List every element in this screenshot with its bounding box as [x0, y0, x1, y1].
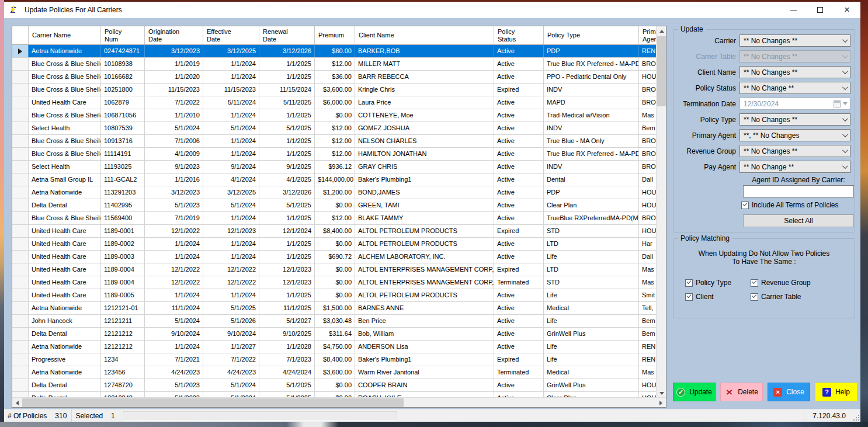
row-selector[interactable] — [12, 186, 29, 199]
table-row[interactable]: Blue Cross & Blue Sheild109137167/1/2006… — [12, 135, 657, 148]
match-checkbox-client[interactable]: Client — [685, 293, 751, 301]
row-selector[interactable] — [12, 122, 29, 134]
horizontal-scrollbar[interactable] — [12, 397, 666, 407]
row-selector[interactable] — [12, 379, 29, 391]
table-row[interactable]: Blue Cross & Blue Sheild1025180011/15/20… — [12, 84, 657, 96]
table-row[interactable]: United Health Care1189-00021/1/20241/1/2… — [12, 238, 657, 251]
row-selector[interactable] — [12, 315, 29, 327]
row-selector[interactable] — [12, 328, 29, 340]
row-selector[interactable] — [12, 45, 29, 57]
agent-id-input[interactable] — [743, 185, 854, 197]
maximize-button[interactable] — [807, 2, 834, 18]
row-selector[interactable] — [12, 148, 29, 160]
table-row[interactable]: United Health Care1189-000412/1/202212/1… — [12, 263, 657, 276]
minimize-button[interactable] — [780, 2, 807, 18]
cell-policy_num: 11193025 — [101, 161, 145, 173]
scroll-up-button[interactable] — [657, 26, 666, 36]
cell-premium: $8,400.00 — [315, 225, 355, 237]
vertical-scroll-thumb[interactable] — [657, 36, 666, 106]
table-row[interactable]: Delta Dental114029955/1/20235/1/20245/1/… — [12, 199, 657, 212]
row-selector[interactable] — [12, 58, 29, 70]
row-selector[interactable] — [12, 173, 29, 186]
pay-agent-combobox[interactable]: ** No Change ** — [739, 161, 850, 173]
row-selector[interactable] — [12, 161, 29, 173]
row-selector[interactable] — [12, 238, 29, 250]
table-row[interactable]: Aetna Nationwide1132912033/12/20233/12/2… — [12, 186, 657, 199]
column-header-renewal_date[interactable]: Renewal Date — [259, 26, 315, 44]
row-selector[interactable] — [12, 96, 29, 109]
column-header-carrier_name[interactable]: Carrier Name — [29, 26, 101, 44]
close-action-button[interactable]: ×Close — [768, 383, 810, 401]
row-selector[interactable] — [12, 225, 29, 237]
match-checkbox-revenue-group[interactable]: Revenue Group — [751, 279, 844, 287]
column-header-primary_agent[interactable]: Primary Agent — [639, 26, 657, 44]
table-row[interactable]: Blue Cross & Blue Sheild111141914/1/2009… — [12, 148, 657, 161]
row-selector[interactable] — [12, 71, 29, 83]
row-selector[interactable] — [12, 199, 29, 211]
row-selector[interactable] — [12, 251, 29, 263]
horizontal-scroll-thumb[interactable] — [22, 398, 404, 407]
row-selector[interactable] — [12, 353, 29, 366]
table-row[interactable]: Aetna Nationwide02474248713/12/20233/12/… — [12, 45, 657, 58]
table-row[interactable]: Select Health111930259/1/20239/1/20249/1… — [12, 161, 657, 173]
primary-agent-combobox[interactable]: **, ** No Changes — [739, 129, 850, 141]
help-action-button[interactable]: ?Help — [815, 383, 857, 401]
row-selector[interactable] — [12, 341, 29, 353]
row-selector[interactable] — [12, 302, 29, 314]
delete-action-button[interactable]: ×Delete — [720, 383, 763, 401]
row-selector[interactable] — [12, 109, 29, 121]
client-name-combobox[interactable]: ** No Changes ** — [739, 66, 850, 78]
update-action-button[interactable]: ✓Update — [673, 383, 716, 401]
row-selector[interactable] — [12, 263, 29, 276]
table-row[interactable]: United Health Care1189-00031/1/20241/1/2… — [12, 251, 657, 263]
table-row[interactable]: Select Health108075395/1/20245/1/20245/1… — [12, 122, 657, 135]
carrier-combobox[interactable]: ** No Changes ** — [739, 34, 850, 47]
column-header-client_name[interactable]: Client Name — [355, 26, 494, 44]
table-row[interactable]: United Health Care1189-00051/1/20241/1/2… — [12, 289, 657, 302]
column-header-policy_type[interactable]: Policy Type — [544, 26, 639, 44]
column-header-effective_date[interactable]: Effective Date — [203, 26, 259, 44]
row-selector[interactable] — [12, 212, 29, 224]
table-row[interactable]: Blue Cross & Blue Sheild115694007/1/2019… — [12, 212, 657, 225]
table-row[interactable]: John Hancock121212115/1/20245/1/20265/1/… — [12, 315, 657, 328]
row-selector[interactable] — [12, 366, 29, 379]
cell-primary_agent: Mas — [639, 366, 657, 379]
policy-status-combobox[interactable]: ** No Change ** — [739, 82, 850, 94]
table-row[interactable]: Aetna Nationwide1212121-0111/1/20245/1/2… — [12, 302, 657, 315]
table-row[interactable]: United Health Care10628797/1/20225/11/20… — [12, 96, 657, 109]
cell-primary_agent: REN — [639, 45, 657, 57]
table-row[interactable]: Delta Dental121212129/10/20249/10/20249/… — [12, 328, 657, 341]
table-row[interactable]: Aetna Small Group IL111-GCAL21/1/20164/1… — [12, 173, 657, 186]
scroll-right-button[interactable] — [656, 398, 666, 408]
close-button[interactable]: × — [834, 2, 860, 18]
table-row[interactable]: Progressive12347/1/20217/1/20227/1/2023$… — [12, 353, 657, 366]
cell-primary_agent: Dall — [639, 173, 657, 186]
table-row[interactable]: Aetna Nationwide1234564/24/20234/24/2023… — [12, 366, 657, 379]
table-row[interactable]: United Health Care1189-000112/1/202212/1… — [12, 225, 657, 238]
table-row[interactable]: Blue Cross & Blue Sheild1068710561/1/201… — [12, 109, 657, 122]
column-header-policy_status[interactable]: Policy Status — [494, 26, 544, 44]
match-checkbox-label: Carrier Table — [761, 293, 801, 301]
row-selector[interactable] — [12, 135, 29, 147]
row-selector[interactable] — [12, 289, 29, 301]
cell-policy_num: 1189-0004 — [101, 263, 145, 276]
column-header-origination_date[interactable]: Origination Date — [145, 26, 203, 44]
table-row[interactable]: Blue Cross & Blue Sheild101089381/1/2019… — [12, 58, 657, 71]
revenue-group-combobox[interactable]: ** No Changes ** — [739, 145, 850, 157]
row-selector[interactable] — [12, 84, 29, 96]
vertical-scrollbar[interactable] — [656, 26, 666, 398]
match-checkbox-carrier-table[interactable]: Carrier Table — [751, 293, 844, 301]
table-row[interactable]: Blue Cross & Blue Sheild101666821/1/2020… — [12, 71, 657, 84]
column-header-premium[interactable]: Premium — [315, 26, 355, 44]
include-all-terms-checkbox[interactable]: Include All Terms of Policies — [741, 201, 839, 209]
table-row[interactable]: United Health Care1189-000412/1/202212/1… — [12, 276, 657, 289]
select-all-button[interactable]: Select All — [743, 214, 854, 227]
table-row[interactable]: Aetna Nationwide121212121/1/20241/1/2027… — [12, 341, 657, 353]
column-header-policy_num[interactable]: Policy Num — [101, 26, 145, 44]
resize-grip[interactable] — [852, 409, 860, 422]
scroll-left-button[interactable] — [12, 398, 22, 408]
row-selector[interactable] — [12, 276, 29, 289]
table-row[interactable]: Delta Dental127487205/1/20235/1/20245/1/… — [12, 379, 657, 392]
match-checkbox-policy-type[interactable]: Policy Type — [685, 279, 751, 287]
policy-type-combobox[interactable]: ** No Changes ** — [739, 113, 850, 126]
